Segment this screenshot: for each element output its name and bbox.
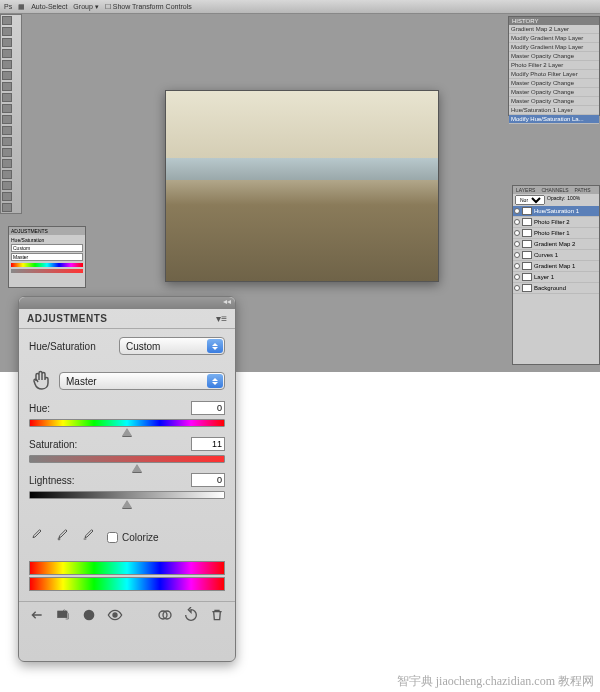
tool-marquee[interactable] xyxy=(2,27,12,36)
tool-move[interactable] xyxy=(2,16,12,25)
layer-row[interactable]: Gradient Map 2 xyxy=(513,239,599,250)
history-item[interactable]: Master Opacity Change xyxy=(509,79,599,88)
eyedropper-plus-icon[interactable] xyxy=(55,527,71,547)
history-item[interactable]: Hue/Saturation 1 Layer xyxy=(509,106,599,115)
trash-icon[interactable] xyxy=(209,607,225,623)
history-item[interactable]: Gradient Map 2 Layer xyxy=(509,25,599,34)
history-item[interactable]: Modify Hue/Saturation La... xyxy=(509,115,599,124)
tool-shape[interactable] xyxy=(2,203,12,212)
visibility-toggle-icon[interactable] xyxy=(514,208,520,214)
history-panel[interactable]: HISTORY Gradient Map 2 LayerModify Gradi… xyxy=(508,16,600,116)
auto-select-label[interactable]: Auto-Select xyxy=(31,3,67,10)
adjustments-tab[interactable]: ADJUSTMENTS xyxy=(27,313,108,324)
tab-layers[interactable]: LAYERS xyxy=(513,186,538,194)
saturation-slider-thumb[interactable] xyxy=(132,464,142,472)
layer-row[interactable]: Photo Filter 2 xyxy=(513,217,599,228)
tool-pen[interactable] xyxy=(2,170,12,179)
tool-stamp[interactable] xyxy=(2,104,12,113)
layer-row[interactable]: Layer 1 xyxy=(513,272,599,283)
auto-select-scope[interactable]: Group ▾ xyxy=(73,3,98,11)
mini-adjustments-panel[interactable]: ADJUSTMENTS Hue/Saturation Custom Master xyxy=(8,226,86,288)
tool-wand[interactable] xyxy=(2,49,12,58)
history-list[interactable]: Gradient Map 2 LayerModify Gradient Map … xyxy=(509,25,599,124)
clip-to-layer-icon[interactable] xyxy=(157,607,173,623)
collapse-icon[interactable]: ◂◂ xyxy=(223,297,231,306)
document-canvas[interactable] xyxy=(165,90,439,282)
tab-channels[interactable]: CHANNELS xyxy=(538,186,571,194)
history-item[interactable]: Modify Gradient Map Layer xyxy=(509,43,599,52)
tool-type[interactable] xyxy=(2,181,12,190)
layer-row[interactable]: Gradient Map 1 xyxy=(513,261,599,272)
visibility-toggle-icon[interactable] xyxy=(514,252,520,258)
hue-slider[interactable] xyxy=(29,419,225,427)
visibility-toggle-icon[interactable] xyxy=(514,285,520,291)
saturation-slider[interactable] xyxy=(29,455,225,463)
lightness-slider-thumb[interactable] xyxy=(122,500,132,508)
layer-row[interactable]: Photo Filter 1 xyxy=(513,228,599,239)
tool-path[interactable] xyxy=(2,192,12,201)
panel-menu-icon[interactable]: ▾≡ xyxy=(216,313,227,324)
opacity-value[interactable]: 100% xyxy=(567,195,580,205)
visibility-toggle-icon[interactable] xyxy=(514,263,520,269)
visibility-toggle-icon[interactable] xyxy=(514,274,520,280)
expand-view-icon[interactable] xyxy=(55,607,71,623)
adjustments-panel[interactable]: ◂◂ ADJUSTMENTS ▾≡ Hue/Saturation Custom … xyxy=(18,296,236,662)
reset-icon[interactable] xyxy=(183,607,199,623)
mask-icon[interactable] xyxy=(81,607,97,623)
opacity-label: Opacity: xyxy=(547,195,565,205)
targeted-adjust-icon[interactable] xyxy=(29,369,53,393)
hue-slider-thumb[interactable] xyxy=(122,428,132,436)
colorize-input[interactable] xyxy=(107,532,118,543)
history-item[interactable]: Master Opacity Change xyxy=(509,88,599,97)
eyedropper-icon[interactable] xyxy=(29,527,45,547)
range-select[interactable]: Master xyxy=(59,372,225,390)
mini-adj-range[interactable]: Master xyxy=(11,253,83,261)
history-item[interactable]: Modify Photo Filter Layer xyxy=(509,70,599,79)
hue-label: Hue: xyxy=(29,403,50,414)
blend-mode-select[interactable]: Normal xyxy=(515,195,545,205)
tool-eyedropper[interactable] xyxy=(2,71,12,80)
layer-thumb xyxy=(522,251,532,259)
history-item[interactable]: Modify Gradient Map Layer xyxy=(509,34,599,43)
visibility-toggle-icon[interactable] xyxy=(514,241,520,247)
tool-heal[interactable] xyxy=(2,82,12,91)
layer-name: Hue/Saturation 1 xyxy=(534,208,579,214)
tool-brush[interactable] xyxy=(2,93,12,102)
history-item[interactable]: Photo Filter 2 Layer xyxy=(509,61,599,70)
mini-sat-slider[interactable] xyxy=(11,269,83,273)
history-item[interactable]: Master Opacity Change xyxy=(509,52,599,61)
visibility-toggle-icon[interactable] xyxy=(514,230,520,236)
tool-lasso[interactable] xyxy=(2,38,12,47)
panel-titlebar[interactable]: ◂◂ xyxy=(19,297,235,309)
move-tool-icon[interactable]: ▦ xyxy=(18,3,25,11)
mini-adj-preset[interactable]: Custom xyxy=(11,244,83,252)
show-transform-controls[interactable]: ☐ Show Transform Controls xyxy=(105,3,192,11)
tool-gradient[interactable] xyxy=(2,137,12,146)
layer-row[interactable]: Hue/Saturation 1 xyxy=(513,206,599,217)
eyedropper-minus-icon[interactable] xyxy=(81,527,97,547)
visibility-icon[interactable] xyxy=(107,607,123,623)
lightness-slider[interactable] xyxy=(29,491,225,499)
tool-dodge[interactable] xyxy=(2,159,12,168)
tab-paths[interactable]: PATHS xyxy=(572,186,594,194)
tool-eraser[interactable] xyxy=(2,126,12,135)
saturation-label: Saturation: xyxy=(29,439,77,450)
tools-panel[interactable] xyxy=(0,14,22,214)
return-icon[interactable] xyxy=(29,607,45,623)
mini-hue-slider[interactable] xyxy=(11,263,83,267)
tool-history[interactable] xyxy=(2,115,12,124)
layers-list[interactable]: Hue/Saturation 1Photo Filter 2Photo Filt… xyxy=(513,206,599,294)
layer-row[interactable]: Curves 1 xyxy=(513,250,599,261)
tool-blur[interactable] xyxy=(2,148,12,157)
layers-panel[interactable]: LAYERS CHANNELS PATHS Normal Opacity: 10… xyxy=(512,185,600,365)
history-item[interactable]: Master Opacity Change xyxy=(509,97,599,106)
visibility-toggle-icon[interactable] xyxy=(514,219,520,225)
tool-crop[interactable] xyxy=(2,60,12,69)
colorize-checkbox[interactable]: Colorize xyxy=(107,532,159,543)
hue-input[interactable] xyxy=(191,401,225,415)
preset-select[interactable]: Custom xyxy=(119,337,225,355)
options-bar[interactable]: Ps ▦ Auto-Select Group ▾ ☐ Show Transfor… xyxy=(0,0,600,14)
lightness-input[interactable] xyxy=(191,473,225,487)
saturation-input[interactable] xyxy=(191,437,225,451)
layer-row[interactable]: Background xyxy=(513,283,599,294)
